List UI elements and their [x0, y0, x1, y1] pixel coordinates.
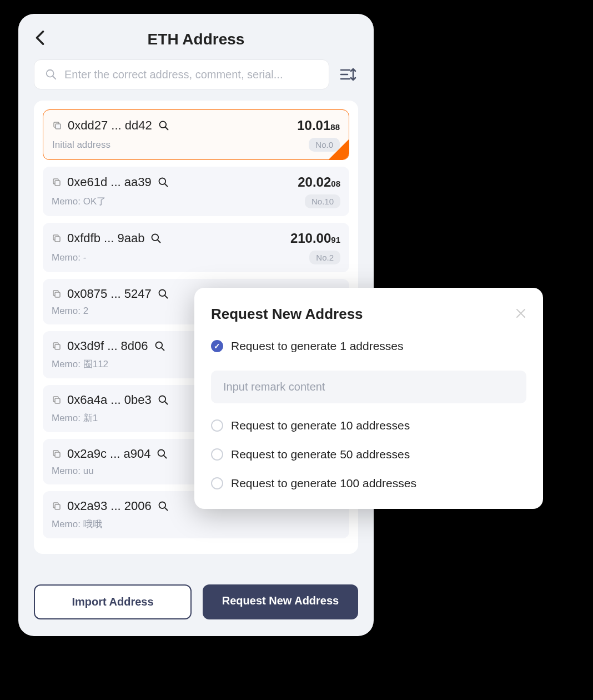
- option-label: Request to generate 50 addresses: [231, 448, 410, 461]
- lookup-icon[interactable]: [157, 500, 169, 512]
- lookup-icon[interactable]: [157, 176, 169, 188]
- footer-buttons: Import Address Request New Address: [18, 573, 374, 631]
- address-text: 0xe61d ... aa39: [67, 175, 152, 189]
- address-row: 0xdd27 ... dd4210.0188: [52, 118, 340, 133]
- option-label: Request to generate 10 addresses: [231, 419, 410, 432]
- svg-rect-26: [55, 398, 60, 403]
- svg-line-20: [164, 296, 167, 298]
- svg-line-8: [165, 127, 168, 130]
- address-text: 0x3d9f ... 8d06: [67, 339, 148, 353]
- address-text: 0xdd27 ... dd42: [68, 118, 152, 133]
- modal-header: Request New Address: [211, 306, 526, 323]
- memo-text: Memo: 新1: [52, 412, 98, 424]
- lookup-icon[interactable]: [154, 340, 166, 352]
- address-text: 0x2a93 ... 2006: [67, 499, 152, 513]
- svg-rect-30: [55, 452, 60, 457]
- copy-icon[interactable]: [52, 449, 62, 459]
- svg-line-24: [161, 348, 164, 351]
- svg-line-32: [164, 456, 167, 458]
- page-title: ETH Address: [35, 31, 357, 48]
- option-label: Request to generate 1 addresses: [231, 339, 404, 353]
- search-icon: [44, 68, 58, 81]
- copy-icon[interactable]: [52, 177, 62, 187]
- request-new-address-button[interactable]: Request New Address: [203, 584, 358, 619]
- svg-rect-14: [55, 237, 60, 242]
- radio-checked-icon[interactable]: [211, 340, 223, 352]
- search-row: [18, 59, 374, 89]
- copy-icon[interactable]: [52, 233, 62, 243]
- address-row: 0xe61d ... aa3920.0208: [52, 174, 340, 190]
- memo-row: Memo: OK了No.10: [52, 194, 340, 208]
- modal-title: Request New Address: [211, 306, 363, 323]
- svg-line-36: [164, 508, 167, 511]
- memo-text: Memo: OK了: [52, 195, 106, 208]
- import-address-button[interactable]: Import Address: [34, 584, 192, 619]
- balance-value: 210.0091: [290, 231, 340, 246]
- serial-badge: No.2: [309, 251, 340, 264]
- copy-icon[interactable]: [52, 121, 62, 131]
- memo-row: Initial addressNo.0: [52, 138, 340, 152]
- copy-icon[interactable]: [52, 341, 62, 351]
- option-label: Request to generate 100 addresses: [231, 477, 416, 490]
- serial-badge: No.10: [305, 194, 340, 208]
- lookup-icon[interactable]: [150, 232, 162, 244]
- address-text: 0x6a4a ... 0be3: [67, 393, 152, 407]
- serial-badge: No.0: [309, 138, 340, 152]
- search-input[interactable]: [64, 68, 319, 81]
- memo-text: Memo: 2: [52, 306, 88, 317]
- address-text: 0xfdfb ... 9aab: [67, 231, 144, 246]
- address-text: 0x0875 ... 5247: [67, 287, 152, 301]
- memo-text: Memo: 圈112: [52, 358, 108, 371]
- svg-line-28: [164, 402, 167, 404]
- svg-rect-34: [55, 504, 60, 509]
- lookup-icon[interactable]: [157, 394, 169, 406]
- copy-icon[interactable]: [52, 395, 62, 405]
- address-card[interactable]: 0xdd27 ... dd4210.0188Initial addressNo.…: [43, 109, 349, 160]
- svg-line-12: [164, 184, 167, 187]
- address-card[interactable]: 0xe61d ... aa3920.0208Memo: OK了No.10: [43, 167, 349, 216]
- address-card[interactable]: 0xfdfb ... 9aab210.0091Memo: -No.2: [43, 223, 349, 272]
- copy-icon[interactable]: [52, 289, 62, 299]
- svg-rect-6: [56, 124, 61, 129]
- balance-value: 20.0208: [298, 174, 340, 190]
- address-row: 0xfdfb ... 9aab210.0091: [52, 231, 340, 246]
- radio-icon[interactable]: [211, 448, 223, 461]
- lookup-icon[interactable]: [158, 119, 170, 132]
- memo-text: Memo: uu: [52, 466, 94, 477]
- lookup-icon[interactable]: [157, 288, 169, 300]
- radio-icon[interactable]: [211, 419, 223, 432]
- svg-rect-10: [55, 181, 60, 186]
- address-text: 0x2a9c ... a904: [67, 447, 150, 461]
- memo-row: Memo: 哦哦: [52, 518, 340, 531]
- memo-text: Initial address: [52, 139, 110, 151]
- svg-line-16: [158, 240, 160, 243]
- balance-value: 10.0188: [297, 118, 340, 133]
- search-box[interactable]: [34, 59, 329, 89]
- header: ETH Address: [18, 14, 374, 59]
- request-new-address-modal: Request New Address Request to generate …: [194, 288, 543, 509]
- memo-row: Memo: -No.2: [52, 251, 340, 264]
- radio-icon[interactable]: [211, 477, 223, 489]
- lookup-icon[interactable]: [156, 448, 168, 460]
- memo-text: Memo: -: [52, 252, 86, 263]
- generate-option[interactable]: Request to generate 50 addresses: [211, 448, 526, 461]
- remark-input[interactable]: [211, 371, 526, 403]
- svg-line-1: [53, 76, 56, 79]
- close-icon[interactable]: [515, 307, 526, 322]
- svg-rect-22: [55, 344, 60, 349]
- sort-icon[interactable]: [338, 64, 358, 84]
- generate-option[interactable]: Request to generate 1 addresses: [211, 339, 526, 353]
- back-icon[interactable]: [35, 30, 45, 49]
- copy-icon[interactable]: [52, 501, 62, 511]
- generate-option[interactable]: Request to generate 100 addresses: [211, 477, 526, 490]
- svg-rect-18: [55, 292, 60, 297]
- memo-text: Memo: 哦哦: [52, 518, 102, 531]
- generate-option[interactable]: Request to generate 10 addresses: [211, 419, 526, 432]
